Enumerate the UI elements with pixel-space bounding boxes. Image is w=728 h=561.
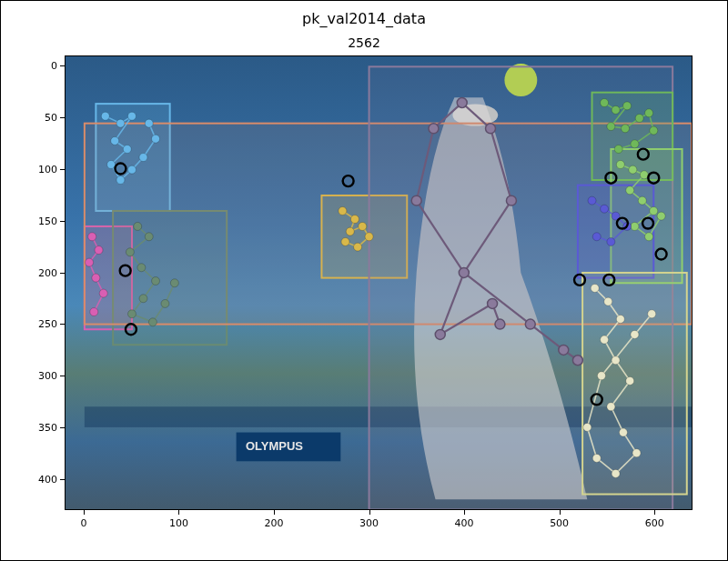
- cluster-keypoint: [591, 284, 599, 292]
- ytick-label: 200: [28, 266, 57, 278]
- keypoint: [457, 98, 467, 108]
- cluster-keypoint: [657, 212, 665, 220]
- ytick: [60, 376, 65, 376]
- ytick-label: 400: [28, 473, 57, 485]
- ytick: [60, 479, 65, 480]
- ytick-label: 100: [28, 164, 57, 175]
- cluster-keypoint: [123, 145, 131, 153]
- plot-svg: OLYMPUS: [66, 56, 692, 510]
- cluster-keypoint: [588, 196, 596, 205]
- cluster-keypoint: [127, 310, 136, 318]
- keypoint: [572, 356, 582, 366]
- ytick: [60, 221, 65, 222]
- cluster-keypoint: [612, 105, 620, 114]
- cluster-keypoint: [116, 119, 125, 127]
- cluster-keypoint: [626, 376, 634, 385]
- keypoint: [506, 195, 516, 205]
- cluster-keypoint: [339, 206, 347, 215]
- cluster-keypoint: [592, 233, 601, 241]
- cluster-keypoint: [616, 315, 624, 323]
- ytick: [60, 324, 65, 325]
- cluster-keypoint: [650, 206, 658, 215]
- cluster-keypoint: [145, 233, 153, 241]
- sponsor-text: OLYMPUS: [246, 439, 303, 453]
- ytick: [60, 427, 65, 428]
- cluster-keypoint: [650, 126, 658, 135]
- ytick: [60, 117, 65, 118]
- xtick-label: 400: [455, 517, 474, 529]
- xtick-label: 200: [265, 517, 284, 529]
- xtick: [84, 510, 85, 515]
- keypoint: [429, 124, 439, 134]
- plot-area: OLYMPUS: [65, 55, 693, 510]
- keypoint: [486, 124, 496, 134]
- keypoint: [559, 345, 569, 355]
- ytick-label: 0: [28, 60, 57, 72]
- cluster-keypoint: [95, 246, 103, 255]
- cluster-keypoint: [614, 145, 622, 153]
- cluster-keypoint: [116, 175, 125, 184]
- cluster-keypoint: [359, 222, 367, 230]
- cluster-keypoint: [622, 125, 630, 133]
- figure-suptitle: pk_val2014_data: [1, 10, 727, 27]
- cluster-keypoint: [126, 248, 134, 256]
- cluster-keypoint: [607, 123, 615, 131]
- cluster-keypoint: [101, 112, 109, 120]
- cluster-keypoint: [592, 454, 601, 462]
- cluster-keypoint: [607, 403, 615, 411]
- cluster-keypoint: [152, 135, 160, 143]
- cluster-keypoint: [365, 233, 373, 241]
- cluster-keypoint: [640, 171, 648, 179]
- ytick-label: 350: [28, 422, 57, 434]
- cluster-keypoint: [607, 237, 615, 245]
- cluster-keypoint: [88, 233, 96, 241]
- xtick: [178, 510, 179, 515]
- cluster-keypoint: [161, 299, 169, 307]
- cluster-keypoint: [99, 289, 107, 297]
- cluster-keypoint: [139, 295, 147, 303]
- xtick-label: 600: [645, 517, 664, 529]
- cluster-keypoint: [597, 372, 605, 380]
- cluster-keypoint: [616, 160, 624, 168]
- cluster-keypoint: [107, 160, 116, 168]
- cluster-keypoint: [601, 205, 609, 213]
- ytick: [60, 273, 65, 274]
- ytick-label: 50: [28, 112, 57, 124]
- cluster-keypoint: [148, 318, 157, 326]
- cluster-keypoint: [170, 279, 178, 287]
- ytick: [60, 65, 65, 66]
- cluster-keypoint: [92, 274, 100, 282]
- xtick: [464, 510, 465, 515]
- ytick: [60, 169, 65, 170]
- keypoint: [459, 267, 469, 277]
- ytick-label: 300: [28, 370, 57, 382]
- xtick: [274, 510, 275, 515]
- cluster-keypoint: [583, 423, 592, 431]
- xtick-label: 100: [169, 517, 188, 529]
- keypoint: [435, 329, 445, 339]
- xtick-label: 500: [550, 517, 569, 529]
- cluster-keypoint: [638, 196, 646, 205]
- cluster-keypoint: [626, 186, 634, 195]
- cluster-keypoint: [346, 227, 354, 235]
- cluster-keypoint: [137, 264, 146, 272]
- cluster-keypoint: [90, 308, 98, 316]
- ytick-label: 150: [28, 215, 57, 226]
- cluster-keypoint: [631, 140, 639, 148]
- xtick: [560, 510, 561, 515]
- cluster-keypoint: [623, 102, 632, 110]
- cluster-keypoint: [619, 428, 627, 436]
- cluster-keypoint: [604, 297, 612, 306]
- cluster-keypoint: [601, 99, 609, 107]
- xtick: [654, 510, 655, 515]
- cluster-keypoint: [612, 469, 620, 477]
- cluster-keypoint: [350, 215, 359, 224]
- cluster-keypoint: [612, 356, 620, 365]
- ytick-label: 250: [28, 318, 57, 330]
- cluster-keypoint: [111, 136, 119, 145]
- figure: pk_val2014_data 2562 OLYMPUS 01002003004…: [0, 0, 728, 561]
- axes: OLYMPUS 0100200300400500600 050100150200…: [65, 55, 693, 510]
- cluster-keypoint: [629, 165, 637, 174]
- cluster-keypoint: [86, 258, 94, 266]
- cluster-keypoint: [127, 112, 136, 120]
